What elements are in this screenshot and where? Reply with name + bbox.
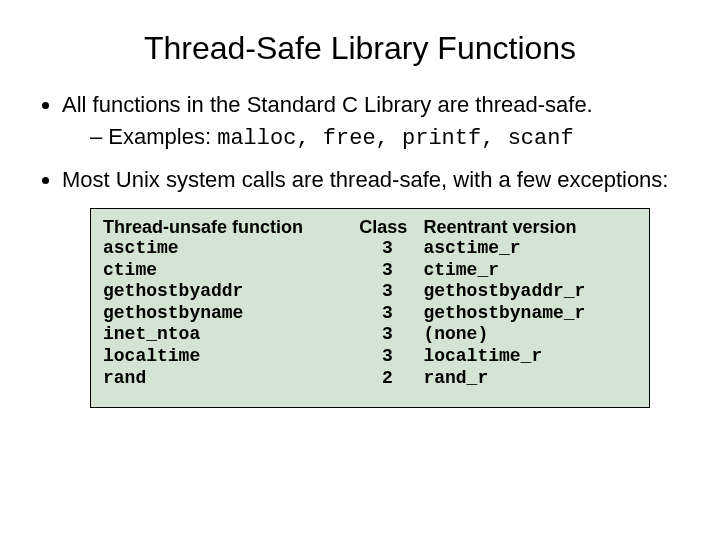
- cell-func: gethostbyname: [103, 303, 359, 325]
- table-row: ctime 3 ctime_r: [103, 260, 637, 282]
- table-row: gethostbyname 3 gethostbyname_r: [103, 303, 637, 325]
- bullet-2-text: Most Unix system calls are thread-safe, …: [62, 167, 668, 192]
- cell-func: ctime: [103, 260, 359, 282]
- slide: Thread-Safe Library Functions All functi…: [0, 0, 720, 540]
- cell-class: 3: [359, 346, 423, 368]
- cell-reentrant: localtime_r: [423, 346, 637, 368]
- cell-reentrant: ctime_r: [423, 260, 637, 282]
- cell-func: localtime: [103, 346, 359, 368]
- bullet-1-sub: Examples: malloc, free, printf, scanf: [90, 123, 680, 153]
- cell-class: 3: [359, 303, 423, 325]
- header-class: Class: [359, 217, 423, 239]
- cell-func: inet_ntoa: [103, 324, 359, 346]
- bullet-1-sub-code: malloc, free, printf, scanf: [217, 126, 573, 151]
- cell-reentrant: asctime_r: [423, 238, 637, 260]
- table-row: asctime 3 asctime_r: [103, 238, 637, 260]
- table-row: rand 2 rand_r: [103, 368, 637, 390]
- header-reentrant: Reentrant version: [423, 217, 637, 239]
- cell-reentrant: gethostbyaddr_r: [423, 281, 637, 303]
- unsafe-functions-table-box: Thread-unsafe function Class Reentrant v…: [90, 208, 650, 409]
- cell-class: 3: [359, 281, 423, 303]
- cell-func: gethostbyaddr: [103, 281, 359, 303]
- bullet-1: All functions in the Standard C Library …: [62, 91, 680, 152]
- cell-class: 3: [359, 324, 423, 346]
- unsafe-functions-table: Thread-unsafe function Class Reentrant v…: [103, 217, 637, 390]
- header-func: Thread-unsafe function: [103, 217, 359, 239]
- bullet-1-sub-label: Examples:: [108, 124, 217, 149]
- cell-class: 3: [359, 238, 423, 260]
- table-row: inet_ntoa 3 (none): [103, 324, 637, 346]
- bullet-list: All functions in the Standard C Library …: [40, 91, 680, 194]
- cell-reentrant: gethostbyname_r: [423, 303, 637, 325]
- cell-reentrant: rand_r: [423, 368, 637, 390]
- slide-title: Thread-Safe Library Functions: [40, 30, 680, 67]
- table-row: gethostbyaddr 3 gethostbyaddr_r: [103, 281, 637, 303]
- cell-func: asctime: [103, 238, 359, 260]
- table-row: localtime 3 localtime_r: [103, 346, 637, 368]
- bullet-1-text: All functions in the Standard C Library …: [62, 92, 593, 117]
- table-header-row: Thread-unsafe function Class Reentrant v…: [103, 217, 637, 239]
- cell-func: rand: [103, 368, 359, 390]
- cell-class: 2: [359, 368, 423, 390]
- bullet-1-sublist: Examples: malloc, free, printf, scanf: [62, 123, 680, 153]
- bullet-2: Most Unix system calls are thread-safe, …: [62, 166, 680, 194]
- cell-class: 3: [359, 260, 423, 282]
- cell-reentrant: (none): [423, 324, 637, 346]
